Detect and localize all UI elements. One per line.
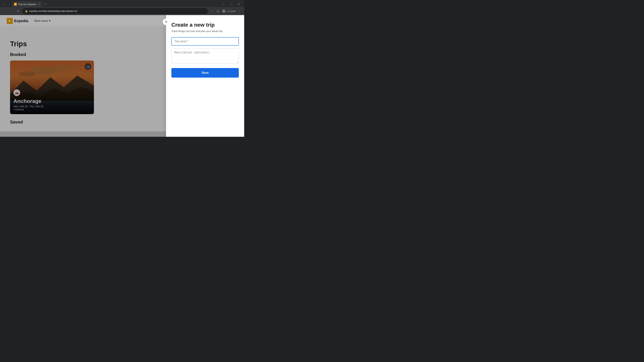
url-text: expedia.com/trips?pwaDialog=trips-drawer… <box>29 10 205 12</box>
tab-title: Trips list | Expedia <box>18 3 36 5</box>
more-icon: ⋮ <box>238 9 241 13</box>
maximize-button[interactable]: □ <box>227 1 235 7</box>
tab-close-button[interactable]: ✕ <box>37 3 40 6</box>
more-button[interactable]: ⋮ <box>237 8 242 14</box>
forward-icon: → <box>10 9 13 12</box>
url-bar[interactable]: 🔒 expedia.com/trips?pwaDialog=trips-draw… <box>22 8 208 14</box>
modal-subtitle: Track things you love and plan your whol… <box>172 30 239 32</box>
back-icon: ← <box>3 9 6 12</box>
back-button[interactable]: ← <box>2 8 8 14</box>
new-tab-button[interactable]: + <box>43 2 48 6</box>
tab-favicon: E <box>14 3 17 5</box>
minimize-button[interactable]: — <box>219 1 227 7</box>
toolbar-icons: ☆ ◫ Incognito ⋮ <box>209 8 242 14</box>
secure-icon: 🔒 <box>25 10 28 12</box>
modal-close-button[interactable]: ✕ <box>163 18 170 25</box>
address-bar: ← → ↻ 🔒 expedia.com/trips?pwaDialog=trip… <box>0 7 244 15</box>
browser-chrome: ‹ › E Trips list | Expedia ✕ + — □ ✕ ← → <box>0 0 244 15</box>
split-view-button[interactable]: ◫ <box>215 8 220 14</box>
star-icon: ☆ <box>211 9 213 13</box>
tab-prev-button[interactable]: ‹ <box>1 2 6 6</box>
active-tab[interactable]: E Trips list | Expedia ✕ <box>12 1 42 7</box>
page-content: Expedia More travel ▼ ⬇ Get the app 🌐 En… <box>0 15 244 137</box>
close-window-button[interactable]: ✕ <box>235 1 243 7</box>
split-icon: ◫ <box>217 9 219 13</box>
svg-point-3 <box>224 10 224 11</box>
profile-button[interactable] <box>221 8 226 14</box>
bookmark-button[interactable]: ☆ <box>209 8 214 14</box>
trip-name-input[interactable] <box>172 37 239 45</box>
save-label: Save <box>202 71 209 74</box>
trip-name-field-group <box>172 37 239 45</box>
tab-next-button[interactable]: › <box>7 2 12 6</box>
create-trip-modal: ✕ Create a new trip Track things you lov… <box>166 15 244 137</box>
tab-bar: ‹ › E Trips list | Expedia ✕ + — □ ✕ <box>0 0 244 7</box>
profile-icon <box>222 9 226 13</box>
modal-title: Create a new trip <box>172 22 239 28</box>
save-button[interactable]: Save <box>172 68 239 78</box>
window-controls: — □ ✕ <box>219 1 243 7</box>
svg-text:E: E <box>15 3 16 5</box>
close-icon: ✕ <box>165 20 167 24</box>
refresh-button[interactable]: ↻ <box>16 8 21 14</box>
refresh-icon: ↻ <box>17 9 19 13</box>
forward-button[interactable]: → <box>9 8 14 14</box>
incognito-label: Incognito <box>227 10 236 12</box>
description-field-group <box>172 48 239 64</box>
description-input[interactable] <box>172 48 239 63</box>
